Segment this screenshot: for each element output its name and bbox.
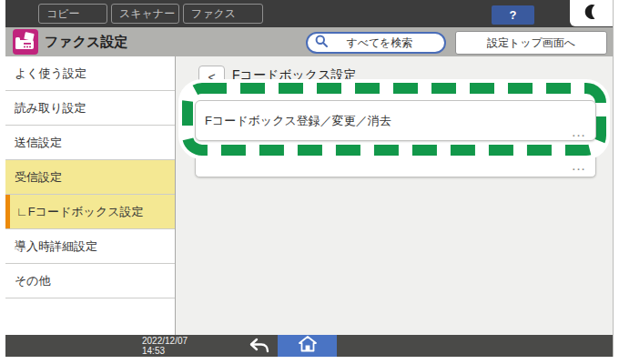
home-icon: [299, 336, 317, 356]
search-all-button[interactable]: すべてを検索: [306, 32, 446, 54]
tab-scanner[interactable]: スキャナー: [111, 4, 179, 24]
sidebar-item-frequent[interactable]: よく使う設定: [5, 56, 175, 91]
fcode-box-register-change-delete-label: Fコードボックス登録／変更／消去: [205, 101, 391, 140]
ellipsis-indicator: ...: [573, 127, 586, 138]
function-tab-bar: コピー スキャナー ファクス ?: [5, 0, 613, 27]
time-text: 14:53: [142, 346, 188, 356]
tab-fax[interactable]: ファクス: [183, 4, 263, 24]
date-text: 2022/12/07: [142, 336, 188, 346]
settings-top-screen-button[interactable]: 設定トップ画面へ: [455, 31, 607, 55]
sidebar-item-send[interactable]: 送信設定: [5, 126, 175, 160]
undo-arrow-icon: [248, 342, 271, 358]
energy-saver-button[interactable]: [570, 0, 613, 26]
settings-category-sidebar: よく使う設定 読み取り設定 送信設定 受信設定 ∟Fコードボックス設定 導入時詳…: [5, 56, 176, 335]
device-screen: コピー スキャナー ファクス ?: [0, 0, 619, 364]
datetime-display: 2022/12/07 14:53: [142, 336, 188, 356]
ellipsis-indicator: ...: [573, 161, 586, 172]
help-button[interactable]: ?: [492, 5, 534, 25]
setting-button-secondary[interactable]: ...: [195, 147, 596, 177]
tab-copy[interactable]: コピー: [38, 4, 107, 24]
sidebar-item-fcode-box[interactable]: ∟Fコードボックス設定: [5, 195, 175, 229]
back-button[interactable]: <: [198, 66, 225, 89]
crescent-moon-icon: [583, 3, 601, 25]
sidebar-item-install-detail[interactable]: 導入時詳細設定: [5, 229, 175, 264]
settings-content-panel: < Fコードボックス設定 ... Fコードボックス登録／変更／消去 ...: [176, 56, 613, 335]
fax-app-icon: [13, 29, 38, 55]
search-icon: [315, 35, 328, 51]
screen-right-edge: [613, 0, 614, 357]
app-header-bar: ファクス設定 すべてを検索 設定トップ画面へ: [5, 27, 613, 56]
sidebar-item-receive[interactable]: 受信設定: [5, 160, 175, 195]
search-all-label: すべてを検索: [328, 35, 437, 51]
sidebar-item-other[interactable]: その他: [5, 264, 175, 298]
system-bottom-bar: 2022/12/07 14:53: [5, 335, 613, 357]
page-title: ファクス設定: [45, 27, 127, 56]
panel-title: Fコードボックス設定: [232, 67, 357, 84]
fcode-box-register-change-delete-button[interactable]: Fコードボックス登録／変更／消去 ...: [195, 100, 596, 141]
home-button[interactable]: [278, 335, 337, 357]
undo-back-button[interactable]: [248, 337, 273, 355]
sidebar-item-scan[interactable]: 読み取り設定: [5, 91, 175, 126]
